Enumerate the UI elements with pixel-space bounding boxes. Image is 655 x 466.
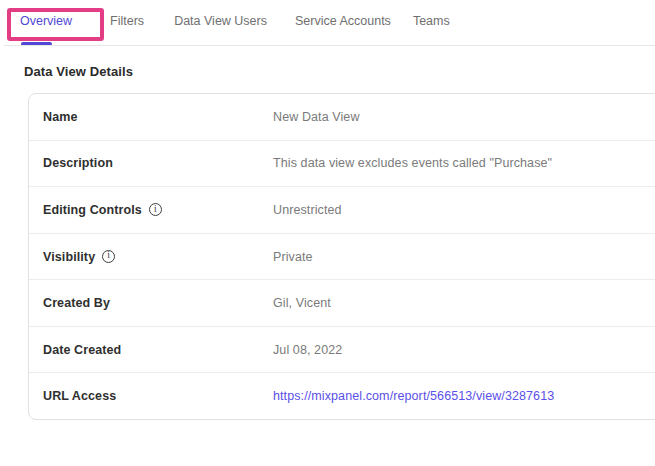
editing-controls-label: Editing Controls — [43, 203, 142, 217]
tab-overview[interactable]: Overview — [20, 14, 72, 28]
detail-label-cell: Name — [29, 110, 273, 124]
info-icon[interactable]: i — [102, 250, 115, 263]
detail-row-description: Description This data view excludes even… — [29, 141, 655, 188]
tab-service-accounts[interactable]: Service Accounts — [295, 14, 391, 28]
detail-label-cell: Created By — [29, 296, 273, 310]
url-access-link[interactable]: https://mixpanel.com/report/566513/view/… — [273, 389, 554, 403]
detail-label-cell: Visibility i — [29, 250, 273, 264]
info-icon[interactable]: i — [149, 203, 162, 216]
tab-bar: Overview Filters Data View Users Service… — [20, 14, 450, 28]
page-title: Data View Details — [24, 64, 133, 79]
detail-label-cell: URL Access — [29, 389, 273, 403]
description-label: Description — [43, 156, 113, 170]
date-created-value: Jul 08, 2022 — [273, 343, 342, 357]
detail-label-cell: Editing Controls i — [29, 203, 273, 217]
detail-row-visibility: Visibility i Private — [29, 234, 655, 281]
editing-controls-value: Unrestricted — [273, 203, 342, 217]
detail-row-url-access: URL Access https://mixpanel.com/report/5… — [29, 373, 655, 419]
detail-label-cell: Description — [29, 156, 273, 170]
created-by-value: Gil, Vicent — [273, 296, 331, 310]
visibility-label: Visibility — [43, 250, 95, 264]
visibility-value: Private — [273, 250, 313, 264]
description-value: This data view excludes events called "P… — [273, 156, 552, 170]
name-value: New Data View — [273, 110, 360, 124]
detail-row-date-created: Date Created Jul 08, 2022 — [29, 327, 655, 374]
detail-row-name: Name New Data View — [29, 94, 655, 141]
tab-bar-divider — [4, 45, 655, 46]
created-by-label: Created By — [43, 296, 110, 310]
detail-label-cell: Date Created — [29, 343, 273, 357]
date-created-label: Date Created — [43, 343, 121, 357]
detail-row-created-by: Created By Gil, Vicent — [29, 280, 655, 327]
url-access-label: URL Access — [43, 389, 116, 403]
detail-row-editing-controls: Editing Controls i Unrestricted — [29, 187, 655, 234]
tab-filters[interactable]: Filters — [110, 14, 144, 28]
tab-data-view-users[interactable]: Data View Users — [174, 14, 267, 28]
page: Overview Filters Data View Users Service… — [0, 0, 655, 466]
details-card: Name New Data View Description This data… — [28, 93, 655, 420]
tab-teams[interactable]: Teams — [413, 14, 450, 28]
name-label: Name — [43, 110, 77, 124]
